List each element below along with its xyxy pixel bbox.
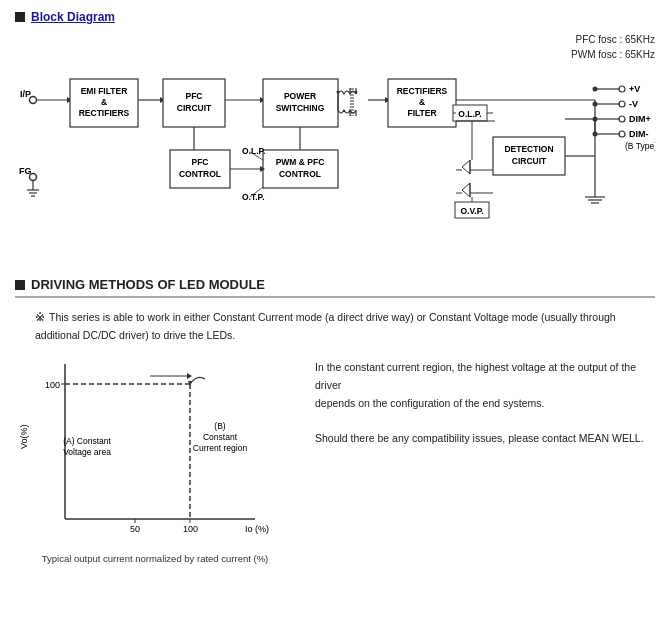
- svg-text:EMI FILTER: EMI FILTER: [81, 86, 128, 96]
- svg-text:DIM-: DIM-: [629, 129, 649, 139]
- svg-text:Constant: Constant: [203, 432, 238, 442]
- svg-text:&: &: [419, 97, 425, 107]
- svg-text:DETECTION: DETECTION: [504, 144, 553, 154]
- svg-text:RECTIFIERS: RECTIFIERS: [79, 108, 130, 118]
- svg-text:DIM+: DIM+: [629, 114, 651, 124]
- svg-text:FG: FG: [19, 166, 32, 176]
- svg-text:CONTROL: CONTROL: [179, 169, 221, 179]
- svg-point-40: [593, 87, 598, 92]
- svg-point-32: [355, 91, 358, 94]
- svg-text:CIRCUIT: CIRCUIT: [177, 103, 212, 113]
- svg-text:50: 50: [130, 524, 140, 534]
- svg-text:(A) Constant: (A) Constant: [63, 436, 111, 446]
- note-symbol: ※: [35, 310, 45, 324]
- svg-text:POWER: POWER: [284, 91, 316, 101]
- note-text: This series is able to work in either Co…: [35, 311, 616, 341]
- svg-text:&: &: [101, 97, 107, 107]
- section-icon: [15, 12, 25, 22]
- svg-text:Vo(%): Vo(%): [19, 424, 29, 449]
- svg-text:CIRCUIT: CIRCUIT: [512, 156, 547, 166]
- svg-text:PWM & PFC: PWM & PFC: [276, 157, 325, 167]
- driving-section-icon: [15, 280, 25, 290]
- svg-text:O.V.P.: O.V.P.: [460, 206, 483, 216]
- svg-text:CONTROL: CONTROL: [279, 169, 321, 179]
- driving-section: DRIVING METHODS OF LED MODULE ※This seri…: [15, 277, 655, 564]
- svg-text:Voltage area: Voltage area: [63, 447, 111, 457]
- svg-text:RECTIFIERS: RECTIFIERS: [397, 86, 448, 96]
- text-info-line2: depends on the configuration of the end …: [315, 395, 655, 413]
- svg-text:100: 100: [183, 524, 198, 534]
- svg-marker-117: [187, 373, 192, 379]
- svg-marker-71: [462, 160, 470, 174]
- svg-text:SWITCHING: SWITCHING: [276, 103, 325, 113]
- driving-methods-title: DRIVING METHODS OF LED MODULE: [31, 277, 265, 292]
- svg-text:PFC: PFC: [192, 157, 209, 167]
- block-diagram-svg: I/P FG EMI FILTER & RECTIFIERS PFC CIRCU…: [15, 32, 655, 252]
- svg-point-31: [337, 91, 340, 94]
- driving-methods-header: DRIVING METHODS OF LED MODULE: [15, 277, 655, 298]
- svg-text:O.T.P.: O.T.P.: [242, 192, 265, 202]
- driving-text-info: In the constant current region, the high…: [315, 354, 655, 564]
- text-info-line3: Should there be any compatibility issues…: [315, 430, 655, 448]
- chart-container: Vo(%) Io (%) 100 50 100: [15, 354, 295, 564]
- driving-note: ※This series is able to work in either C…: [35, 308, 655, 344]
- svg-text:(B): (B): [214, 421, 226, 431]
- page: Block Diagram PFC fosc : 65KHz PWM fosc …: [0, 0, 670, 574]
- svg-text:I/P: I/P: [20, 89, 31, 99]
- chart-text-area: Vo(%) Io (%) 100 50 100: [15, 354, 655, 564]
- block-diagram-area: PFC fosc : 65KHz PWM fosc : 65KHz I/P FG…: [15, 32, 655, 262]
- svg-text:100: 100: [45, 380, 60, 390]
- svg-text:+V: +V: [629, 84, 640, 94]
- svg-text:Io (%): Io (%): [245, 524, 269, 534]
- svg-text:O.L.P.: O.L.P.: [458, 109, 481, 119]
- svg-text:PFC: PFC: [186, 91, 203, 101]
- block-diagram-header: Block Diagram: [15, 10, 655, 24]
- svg-text:(B Type): (B Type): [625, 141, 655, 151]
- driving-chart: Vo(%) Io (%) 100 50 100: [15, 354, 285, 549]
- chart-caption: Typical output current normalized by rat…: [15, 553, 295, 564]
- svg-text:-V: -V: [629, 99, 638, 109]
- section-title: Block Diagram: [31, 10, 115, 24]
- text-info-line1: In the constant current region, the high…: [315, 359, 655, 395]
- svg-text:Current region: Current region: [193, 443, 248, 453]
- svg-text:FILTER: FILTER: [407, 108, 436, 118]
- svg-marker-73: [462, 183, 470, 197]
